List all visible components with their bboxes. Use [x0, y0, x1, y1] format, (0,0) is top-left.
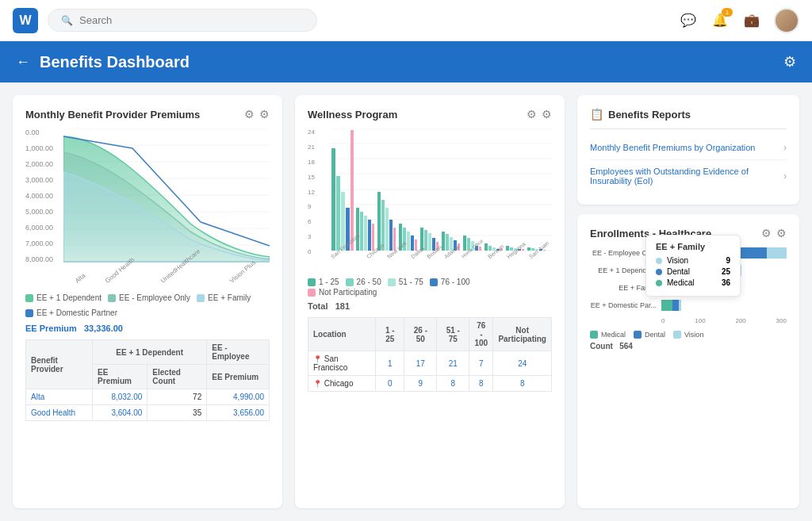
- svg-rect-25: [364, 216, 367, 251]
- back-button[interactable]: ←: [16, 54, 30, 71]
- report-item-2[interactable]: Employees with Outstanding Evidence of I…: [590, 160, 787, 192]
- wellness-total: Total 181: [308, 301, 552, 311]
- provider-link-goodhealth[interactable]: Good Health: [31, 408, 75, 417]
- legend-dental: Dental: [634, 331, 665, 339]
- healthcare-card: Enrollments - Healthcare ⚙ ⚙ EE - Employ…: [577, 214, 799, 508]
- svg-rect-36: [411, 236, 414, 251]
- svg-rect-40: [428, 233, 431, 251]
- healthcare-x-labels: 0 100 200 300: [661, 317, 787, 324]
- ee-premium-goodhealth: 3,656.00: [207, 405, 270, 421]
- col-ee: EE - Employee: [207, 340, 270, 365]
- briefcase-icon[interactable]: 💼: [742, 11, 761, 30]
- svg-rect-24: [360, 212, 363, 251]
- monthly-premiums-card: Monthly Benefit Provider Premiums ⚙ ⚙ 8,…: [13, 95, 282, 508]
- wellness-filter-icon[interactable]: ⚙: [527, 108, 537, 121]
- loc-col-not-participating: NotParticipating: [493, 318, 552, 351]
- svg-rect-18: [331, 148, 335, 251]
- chat-icon[interactable]: 💬: [679, 11, 698, 30]
- col-provider: Benefit Provider: [26, 340, 93, 389]
- svg-rect-19: [336, 176, 340, 251]
- avatar[interactable]: [774, 8, 799, 33]
- search-input[interactable]: [79, 14, 304, 26]
- monthly-premiums-title: Monthly Benefit Provider Premiums: [25, 109, 200, 121]
- benefit-table: Benefit Provider EE + 1 Dependent EE - E…: [25, 339, 270, 421]
- hbar-medical-ee-domestic: [661, 300, 672, 311]
- elected-goodhealth: 35: [147, 405, 207, 421]
- svg-rect-63: [527, 247, 530, 251]
- svg-rect-30: [385, 208, 389, 251]
- table-row: Alta 8,032.00 72 4,990.00: [26, 389, 270, 405]
- table-row: Good Health 3,604.00 35 3,656.00: [26, 405, 270, 421]
- healthcare-icons[interactable]: ⚙ ⚙: [761, 227, 787, 239]
- svg-rect-39: [424, 230, 427, 251]
- top-navigation: W 🔍 💬 🔔 1 💼: [0, 0, 812, 41]
- chart-filter-icon[interactable]: ⚙: [259, 108, 270, 121]
- x-axis-labels: Alta Good Health UnitedHealthcare Vision…: [63, 274, 270, 286]
- loc-col-76-100: 76 -100: [469, 318, 493, 351]
- wellness-title: Wellness Program: [308, 109, 397, 121]
- tooltip-row-medical: Medical 36: [656, 278, 730, 287]
- wellness-bars: San Francisco Chicago New York Dallas Bo…: [330, 128, 552, 271]
- svg-rect-67: [543, 250, 546, 251]
- legend-medical: Medical: [590, 331, 626, 339]
- notification-icon[interactable]: 🔔 1: [710, 11, 730, 30]
- wellness-settings-icon[interactable]: ⚙: [542, 108, 552, 121]
- report-item-1[interactable]: Monthly Benefit Premiums by Organization…: [590, 136, 787, 160]
- loc-col-1-25: 1 - 25: [376, 318, 404, 351]
- col-ee1: EE + 1 Dependent: [93, 340, 207, 365]
- chart-settings-icon[interactable]: ⚙: [244, 108, 255, 121]
- ee1-premium-goodhealth: 3,604.00: [93, 405, 147, 421]
- hbar-row-ee-family: EE + Fam... EE + Family Vision 9: [590, 282, 787, 293]
- col-ee-premium1: EE Premium: [93, 365, 147, 389]
- loc-col-26-50: 26 - 50: [404, 318, 437, 351]
- healthcare-filter-icon[interactable]: ⚙: [761, 227, 772, 239]
- settings-icon[interactable]: ⚙: [783, 53, 796, 71]
- healthcare-tooltip: EE + Family Vision 9 Dental 25: [645, 235, 741, 297]
- svg-rect-35: [407, 232, 410, 251]
- hbar-row-ee-domestic: EE + Domestic Par...: [590, 300, 787, 311]
- elected-alta: 72: [147, 389, 207, 405]
- legend-26-50: 26 - 50: [346, 278, 381, 286]
- y-axis-labels: 8,000.00 7,000.00 6,000.00 5,000.00 4,00…: [25, 128, 61, 263]
- notification-badge: 1: [722, 8, 733, 17]
- col-elected: Elected Count: [147, 365, 207, 389]
- location-row-chicago: 📍 Chicago 0 9 8 8 8: [308, 376, 552, 392]
- provider-link-alta[interactable]: Alta: [31, 393, 44, 401]
- wellness-icons[interactable]: ⚙ ⚙: [527, 108, 552, 121]
- healthcare-bars: EE - Employee Only EE + 1 Dependent: [590, 247, 787, 324]
- monthly-premiums-icons[interactable]: ⚙ ⚙: [244, 108, 270, 121]
- divider: [590, 128, 787, 129]
- hbar-vision-ee-domestic: [679, 300, 681, 311]
- legend-item-ee1: EE + 1 Dependent: [25, 293, 102, 302]
- svg-rect-22: [350, 130, 354, 251]
- chevron-right-icon-1: ›: [783, 142, 787, 153]
- hbar-vision-ee-only: [767, 247, 787, 259]
- wellness-x-labels: San Francisco Chicago New York Dallas Bo…: [330, 255, 552, 261]
- location-chicago: 📍 Chicago: [308, 376, 376, 392]
- svg-rect-44: [446, 234, 449, 251]
- tooltip-row-vision: Vision 9: [656, 256, 730, 265]
- reports-icon: 📋: [590, 108, 603, 121]
- nav-icons: 💬 🔔 1 💼: [679, 8, 799, 33]
- legend-item-ee-only: EE - Employee Only: [108, 293, 190, 302]
- ee-premium: EE Premium 33,336.00: [25, 324, 270, 333]
- benefits-reports-title: Benefits Reports: [608, 109, 691, 121]
- wellness-header: Wellness Program ⚙ ⚙: [308, 108, 552, 121]
- tooltip-row-dental: Dental 25: [656, 267, 730, 276]
- hbar-dental-ee-domestic: [672, 300, 679, 311]
- count-line: Count 564: [590, 342, 787, 351]
- loc-col-location: Location: [308, 318, 376, 351]
- search-icon: 🔍: [61, 15, 73, 26]
- monthly-premiums-header: Monthly Benefit Provider Premiums ⚙ ⚙: [25, 108, 270, 121]
- location-table: Location 1 - 25 26 - 50 51 - 75 76 -100 …: [308, 317, 552, 392]
- legend-1-25: 1 - 25: [308, 278, 339, 286]
- legend-76-100: 76 - 100: [430, 278, 470, 286]
- page-header: ← Benefits Dashboard ⚙: [0, 41, 812, 82]
- legend-item-ee-domestic: EE + Domestic Partner: [25, 308, 117, 317]
- svg-rect-54: [488, 246, 492, 251]
- svg-rect-58: [506, 246, 509, 251]
- benefits-reports-header: 📋 Benefits Reports: [590, 108, 787, 121]
- search-bar[interactable]: 🔍: [48, 9, 317, 32]
- workday-logo: W: [13, 8, 38, 33]
- healthcare-settings-icon[interactable]: ⚙: [776, 227, 787, 239]
